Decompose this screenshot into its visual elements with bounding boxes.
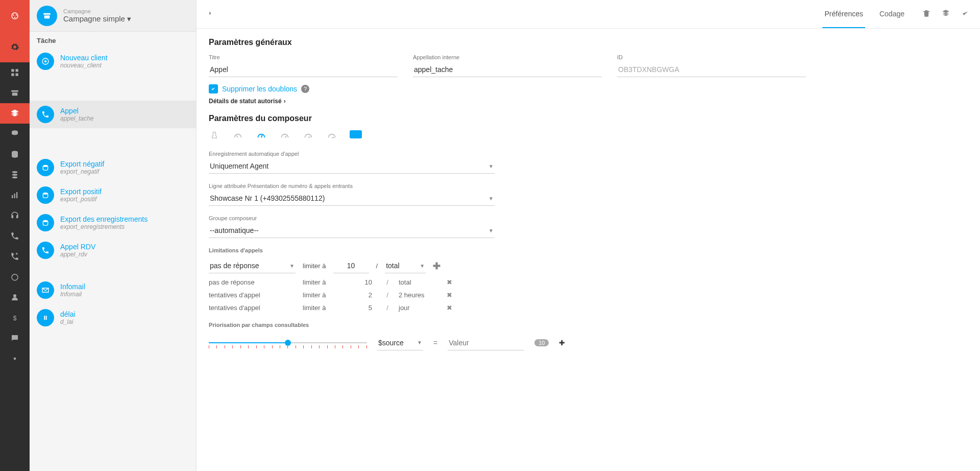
gear-icon[interactable] xyxy=(0,32,30,62)
phone-icon xyxy=(37,106,54,123)
campaign-selector[interactable]: Campagne Campagne simple▾ xyxy=(30,0,196,32)
nav-db3-icon[interactable] xyxy=(0,164,30,185)
mode-badge-icon[interactable] xyxy=(350,130,362,138)
status-details-link[interactable]: Détails de statut autorisé› xyxy=(209,98,968,105)
mail-icon xyxy=(37,281,54,299)
nav-dashboard-icon[interactable] xyxy=(0,62,30,83)
sidebar-section-title: Tâche xyxy=(30,32,196,48)
nav-settings-icon[interactable] xyxy=(0,348,30,369)
limit-sep: / xyxy=(376,262,378,270)
task-delai[interactable]: délaid_lai xyxy=(30,304,196,332)
nav-phone-icon[interactable] xyxy=(0,226,30,246)
app-logo[interactable] xyxy=(0,0,30,32)
nav-db1-icon[interactable] xyxy=(0,124,30,144)
svg-point-1 xyxy=(13,14,14,15)
nav-layers-icon[interactable] xyxy=(0,103,30,124)
auto-rec-label: Enregistrement automatique d'appel xyxy=(209,151,495,157)
mode-preview-icon[interactable] xyxy=(232,130,243,142)
task-title: Appel RDV xyxy=(60,243,95,251)
nav-stats-icon[interactable] xyxy=(0,185,30,205)
limit-reason-select[interactable]: pas de réponse▼ xyxy=(209,258,296,273)
task-sub: appel_rdv xyxy=(60,251,95,258)
dedupe-checkbox[interactable] xyxy=(209,84,218,93)
task-export-negatif[interactable]: Export négatifexport_negatif xyxy=(30,154,196,181)
svg-point-12 xyxy=(12,176,18,178)
auto-rec-select[interactable]: Uniquement Agent▼ xyxy=(209,159,495,174)
task-infomail[interactable]: InfomailInfomail xyxy=(30,276,196,304)
group-select[interactable]: --automatique--▼ xyxy=(209,223,495,238)
general-heading: Paramètres généraux xyxy=(209,38,968,47)
task-title: Nouveau client xyxy=(60,54,108,62)
svg-rect-13 xyxy=(12,195,13,198)
task-title: délai xyxy=(60,310,76,318)
task-nouveau-client[interactable]: Nouveau clientnouveau_client xyxy=(30,48,196,75)
svg-rect-24 xyxy=(44,316,45,320)
layers-icon[interactable] xyxy=(941,9,950,19)
nav-dollar-icon[interactable]: $ xyxy=(0,308,30,328)
task-sub: export_enregistrements xyxy=(60,223,148,230)
limit-row: pas de réponselimiter à10/total✖ xyxy=(209,278,968,286)
task-sub: export_negatif xyxy=(60,168,104,175)
nav-user-icon[interactable] xyxy=(0,287,30,308)
title-input[interactable] xyxy=(209,62,398,77)
svg-point-21 xyxy=(43,165,47,167)
mode-predictive-icon[interactable] xyxy=(279,130,290,142)
delete-icon[interactable] xyxy=(922,9,931,19)
priority-count-badge: 10 xyxy=(534,339,549,346)
tab-coding[interactable]: Codage xyxy=(877,1,906,28)
internal-input[interactable] xyxy=(413,62,602,77)
database-icon xyxy=(37,159,54,176)
task-title: Appel xyxy=(60,107,93,115)
campaign-label: Campagne xyxy=(63,8,131,14)
task-title: Export positif xyxy=(60,187,102,196)
mode-auto-icon[interactable] xyxy=(326,130,337,142)
mode-progressive-icon[interactable] xyxy=(303,130,314,142)
task-export-enregistrements[interactable]: Export des enregistrementsexport_enregis… xyxy=(30,209,196,237)
back-button[interactable] xyxy=(207,10,214,18)
caret-down-icon: ▾ xyxy=(127,14,131,23)
archive-icon xyxy=(37,6,57,26)
task-sub: appel_tache xyxy=(60,115,93,122)
limit-row: tentatives d'appellimiter à2/2 heures✖ xyxy=(209,291,968,299)
nav-archive-icon[interactable] xyxy=(0,83,30,103)
chevron-down-icon: ▼ xyxy=(488,196,494,201)
check-icon[interactable] xyxy=(961,9,970,19)
database-icon xyxy=(37,186,54,204)
limit-value-input[interactable] xyxy=(333,258,369,273)
svg-point-23 xyxy=(43,220,47,222)
mode-manual-icon[interactable] xyxy=(209,130,220,142)
nav-dialer-icon[interactable] xyxy=(0,246,30,267)
limit-period-select[interactable]: total▼ xyxy=(385,258,426,273)
task-appel[interactable]: Appelappel_tache xyxy=(30,101,196,128)
nav-timer-icon[interactable] xyxy=(0,267,30,287)
remove-limit-button[interactable]: ✖ xyxy=(447,291,457,299)
task-sub: nouveau_client xyxy=(60,62,108,69)
limits-label: Limitations d'appels xyxy=(209,247,968,253)
priority-slider[interactable] xyxy=(209,335,367,350)
svg-point-3 xyxy=(14,17,15,18)
task-title: Export négatif xyxy=(60,160,104,168)
internal-label: Appellation interne xyxy=(413,54,602,60)
chevron-right-icon: › xyxy=(284,98,286,105)
help-icon[interactable]: ? xyxy=(301,85,309,93)
add-priority-button[interactable]: ✚ xyxy=(559,339,565,347)
priority-field-select[interactable]: $source▼ xyxy=(377,336,423,350)
add-limit-button[interactable]: ✚ xyxy=(433,261,440,272)
svg-rect-14 xyxy=(14,194,15,198)
svg-rect-5 xyxy=(16,69,18,72)
title-label: Titre xyxy=(209,54,398,60)
id-input xyxy=(617,62,806,77)
dedupe-label: Supprimer les doublons xyxy=(222,85,297,93)
tab-preferences[interactable]: Préférences xyxy=(822,1,865,28)
nav-headset-icon[interactable] xyxy=(0,205,30,226)
task-export-positif[interactable]: Export positifexport_positif xyxy=(30,181,196,209)
mode-power-icon[interactable] xyxy=(256,130,267,142)
nav-db2-icon[interactable] xyxy=(0,144,30,164)
remove-limit-button[interactable]: ✖ xyxy=(447,304,457,312)
priority-value-input[interactable] xyxy=(448,336,524,350)
line-select[interactable]: Showcase Nr 1 (+49302555880112)▼ xyxy=(209,191,495,206)
chevron-down-icon: ▼ xyxy=(488,228,494,233)
task-appel-rdv[interactable]: Appel RDVappel_rdv xyxy=(30,237,196,264)
remove-limit-button[interactable]: ✖ xyxy=(447,278,457,286)
nav-chat-icon[interactable] xyxy=(0,328,30,348)
